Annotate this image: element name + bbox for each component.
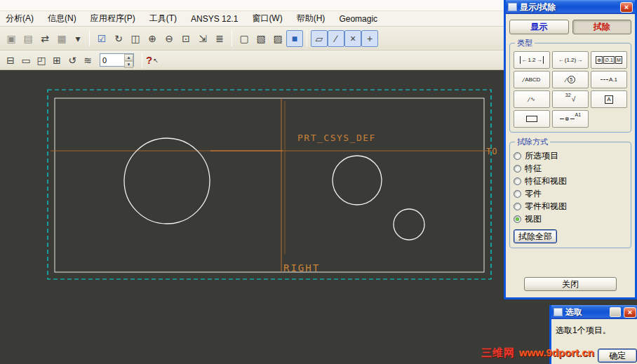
zoom-in-icon[interactable]: ⊕ [144,30,161,47]
view-selection-border[interactable] [48,90,491,279]
menu-analysis[interactable]: 分析(A) [6,13,34,25]
chevron-down-icon[interactable]: ▾ [70,31,86,46]
surface-finish-type-button[interactable]: 32√ [552,90,589,108]
sheet-border[interactable] [55,98,484,272]
radio-icon[interactable] [514,177,521,185]
paste-icon[interactable]: ▤ [20,30,36,47]
datum-csys-toggle-icon[interactable]: + [361,30,378,47]
refdim-arrow-icon: → [577,57,582,63]
watermark-url: www.9dport.cn [519,346,594,358]
sheet-number-stepper: ▲▼ [100,53,134,67]
top-datum-label[interactable]: TO [486,147,497,156]
radio-icon[interactable] [514,165,521,173]
show-erase-titlebar[interactable]: 显示/拭除 × [506,0,635,14]
cosmetic-rect-icon [526,116,537,122]
radio-icon[interactable] [514,190,521,198]
radio-selected-icon[interactable] [514,215,521,223]
menu-info[interactable]: 信息(N) [48,13,76,25]
refdim-arrow-icon: ← [558,57,564,63]
datum-axis-toggle-icon[interactable]: ∕ [328,30,344,47]
option-label: 特征 [525,163,542,175]
datum-point-toggle-icon[interactable]: × [344,30,361,47]
menu-applications[interactable]: 应用程序(P) [90,13,135,25]
erase-mode-option-view[interactable]: 视图 [514,213,627,224]
watermark: 三维网www.9dport.cn [481,346,594,360]
view-manager-icon[interactable]: ◫ [127,30,144,47]
erase-mode-option-selected-items[interactable]: 所选项目 [514,150,627,161]
datum-target-type-button[interactable]: A [591,90,627,108]
stepper-arrows[interactable]: ▲▼ [124,54,133,66]
hole-circle-small[interactable] [394,209,424,240]
erase-mode-option-feature-and-view[interactable]: 特征和视图 [514,175,627,187]
balloon-type-button[interactable]: ∕5 [552,71,589,88]
toolbar-separator [142,53,142,68]
ref-dimension-type-button[interactable]: ←(1.2)→ [552,51,589,69]
wireframe-display-icon[interactable]: ▢ [236,30,253,47]
note-leader-icon: ∕ [523,76,525,83]
model-tree-icon[interactable]: ⊟ [3,53,18,68]
zoom-window-icon[interactable]: ⊡ [177,30,194,47]
select-dialog-title: 选取 [565,306,607,318]
zoom-out-icon[interactable]: ⊖ [161,30,177,47]
update-sheets-icon[interactable]: ↺ [65,53,80,68]
context-help-button[interactable]: ? ↖ [146,54,159,66]
no-hidden-display-icon[interactable]: ▨ [269,30,286,47]
gtol-type-button[interactable]: ⊕∅.1M [591,51,627,69]
sheet-number-input[interactable] [100,56,124,65]
regenerate-icon[interactable]: ◰ [34,53,49,68]
shaded-display-icon[interactable]: ■ [286,30,303,47]
erase-button[interactable]: 拭除 [572,20,632,34]
select-message: 选取1个项目。 [556,325,634,337]
axis-cross-icon: ⊗ [565,116,570,122]
erase-mode-option-part[interactable]: 零件 [514,188,627,199]
dim-arrow-icon: → [537,57,542,63]
dimension-type-button[interactable]: ←1.2→ [514,51,550,69]
csys-label[interactable]: PRT_CSYS_DEF [297,133,376,143]
close-icon[interactable]: × [620,2,633,13]
gtol-value: ∅.1 [603,56,615,64]
hidden-line-display-icon[interactable]: ▧ [253,30,269,47]
application-window: 分析(A) 信息(N) 应用程序(P) 工具(T) ANSYS 12.1 窗口(… [0,0,637,364]
symbol-type-button[interactable]: ∕∿ [514,90,550,108]
redraw-icon[interactable]: ↻ [110,30,127,47]
layer-status-icon[interactable]: ≋ [80,53,95,68]
erase-mode-group-label: 拭除方式 [515,137,550,147]
axis-type-button[interactable]: ⊗A1 [552,110,589,128]
mode-buttons: 显示 拭除 [509,20,631,34]
menu-geomagic[interactable]: Geomagic [339,14,377,24]
print-icon[interactable]: ▦ [53,30,70,47]
right-datum-label[interactable]: RIGHT [283,262,320,274]
select-close-icon[interactable]: × [624,307,636,318]
menu-ansys[interactable]: ANSYS 12.1 [191,14,238,24]
radio-icon[interactable] [514,152,521,160]
dim-value: 1.2 [528,57,535,63]
radio-icon[interactable] [514,203,521,210]
ok-button[interactable]: 确定 [598,349,637,363]
cosmetic-type-button[interactable] [514,110,550,128]
copy-icon[interactable]: ▣ [3,30,20,47]
erase-all-button[interactable]: 拭除全部 [514,229,557,243]
datum-type-button[interactable]: A.1 [591,71,627,88]
select-dialog-titlebar[interactable]: 选取 × [551,305,637,319]
table-icon[interactable]: ⊞ [49,53,65,68]
close-button[interactable]: 关闭 [524,277,617,291]
gtol-symbol: ⊕ [596,56,603,64]
erase-mode-option-part-and-view[interactable]: 零件和视图 [514,201,627,212]
sheet-setup-icon[interactable]: ▭ [18,53,34,68]
hole-circle-medium[interactable] [333,156,382,205]
menu-help[interactable]: 帮助(H) [297,13,326,25]
axis-line-icon [570,119,575,119]
menu-window[interactable]: 窗口(W) [252,13,282,25]
swap-arrows-icon[interactable]: ⇄ [36,30,53,47]
menu-tools[interactable]: 工具(T) [149,13,177,25]
datum-plane-toggle-icon[interactable]: ▱ [311,30,328,47]
stepper-down-icon[interactable]: ▼ [124,61,133,68]
note-type-button[interactable]: ∕ABCD [514,71,550,88]
select-filter-icon[interactable]: ☑ [93,30,110,47]
stepper-up-icon[interactable]: ▲ [124,54,133,61]
erase-mode-option-feature[interactable]: 特征 [514,163,627,174]
titlebar-secondary-button[interactable] [610,307,621,317]
layers-icon[interactable]: ≣ [211,30,228,47]
refit-icon[interactable]: ⇲ [194,30,211,47]
show-button[interactable]: 显示 [509,20,569,34]
